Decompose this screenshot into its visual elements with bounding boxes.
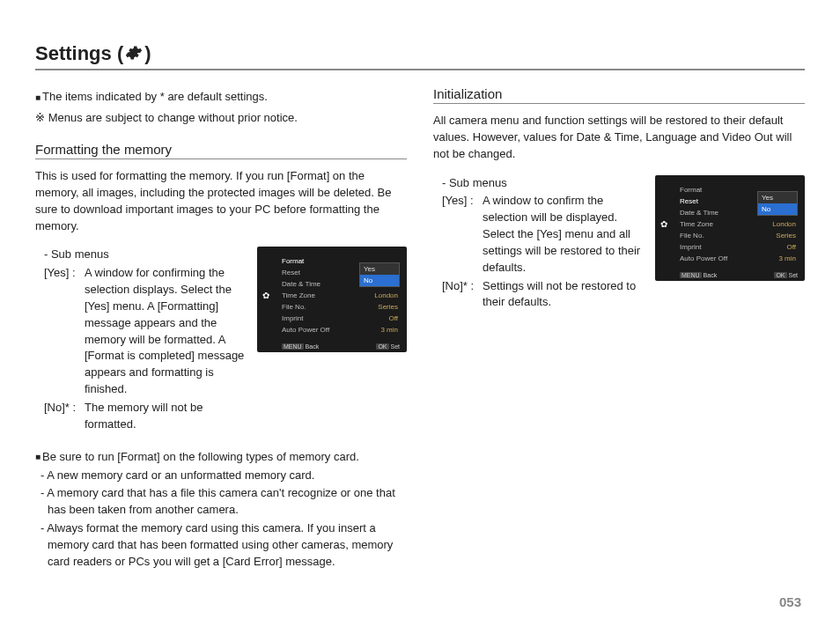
camera-screen-reset: ✿ Format Reset Date & Time Time Zone Fil… bbox=[655, 175, 805, 281]
left-column: ■The items indicated by * are default se… bbox=[35, 86, 407, 571]
initialization-description: All camera menu and function settings wi… bbox=[433, 113, 805, 163]
right-column: Initialization All camera menu and funct… bbox=[433, 86, 805, 571]
sub-menus-label-right: - Sub menus bbox=[433, 175, 643, 192]
option-no: [No]* : The memory will not be formatted… bbox=[44, 400, 245, 433]
section-heading-initialization: Initialization bbox=[433, 86, 805, 104]
page-title-suffix: ) bbox=[144, 42, 151, 65]
cam-right-values: London Series Off 3 min bbox=[772, 218, 796, 264]
formatting-description: This is used for formatting the memory. … bbox=[35, 168, 407, 234]
cam-menu-list: Format Reset Date & Time Time Zone File … bbox=[680, 184, 727, 264]
gear-icon bbox=[125, 44, 143, 64]
option-yes-right: [Yes] : A window to confirm the selectio… bbox=[442, 193, 643, 276]
page-title-prefix: Settings ( bbox=[35, 42, 123, 65]
gear-side-icon: ✿ bbox=[660, 219, 667, 229]
cam-menu-list: Format Reset Date & Time Time Zone File … bbox=[282, 255, 329, 335]
format-notes: ■Be sure to run [Format] on the followin… bbox=[35, 449, 407, 571]
option-no-right: [No]* : Settings will not be restored to… bbox=[442, 278, 643, 312]
cam-popup: Yes No bbox=[359, 262, 400, 287]
cam-right-values: London Series Off 3 min bbox=[374, 290, 398, 335]
camera-screen-format: ✿ Format Reset Date & Time Time Zone Fil… bbox=[257, 247, 407, 352]
note-change: ※ Menus are subject to change without pr… bbox=[35, 109, 407, 127]
sub-menus-label: - Sub menus bbox=[35, 247, 245, 263]
page-title-row: Settings ( ) bbox=[35, 42, 805, 70]
section-heading-formatting: Formatting the memory bbox=[35, 142, 407, 159]
cam-footer: MENU Back OK Set bbox=[680, 272, 798, 278]
cam-footer: MENU Back OK Set bbox=[282, 343, 400, 350]
option-yes: [Yes] : A window for confirming the sele… bbox=[44, 265, 245, 398]
gear-side-icon: ✿ bbox=[262, 291, 269, 300]
page-number: 053 bbox=[779, 594, 801, 609]
cam-popup: Yes No bbox=[757, 191, 798, 216]
note-defaults: ■The items indicated by * are default se… bbox=[35, 88, 407, 106]
